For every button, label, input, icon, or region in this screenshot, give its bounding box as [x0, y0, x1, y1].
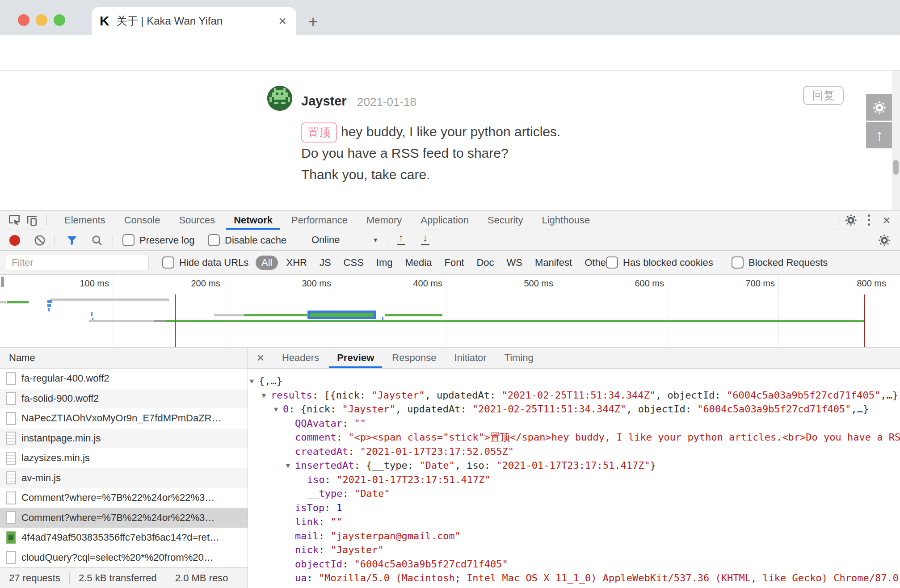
detail-tab-headers[interactable]: Headers — [273, 348, 328, 368]
window-zoom-button[interactable] — [54, 14, 65, 26]
import-har-button[interactable]: ↑ — [397, 233, 405, 245]
json-tree-line[interactable]: nick: "Jayster" — [248, 543, 900, 557]
export-har-button[interactable]: ↓ — [421, 233, 429, 245]
devtools-tab-network[interactable]: Network — [224, 210, 282, 230]
devtools-tab-lighthouse[interactable]: Lighthouse — [532, 210, 599, 230]
devtools-menu-kebab-icon[interactable] — [860, 211, 878, 229]
detail-tab-response[interactable]: Response — [383, 348, 445, 368]
detail-tab-initiator[interactable]: Initiator — [445, 348, 495, 368]
json-tree-line[interactable]: createdAt: "2021-01-17T23:17:52.055Z" — [248, 445, 900, 459]
json-tree-line[interactable]: objectId: "6004c5a03a9b5f27cd71f405" — [248, 557, 900, 571]
network-settings-button[interactable] — [878, 234, 891, 247]
window-close-button[interactable] — [18, 14, 29, 26]
json-tree-line[interactable]: __type: "Date" — [248, 487, 900, 501]
devtools-close-button[interactable]: × — [878, 211, 896, 229]
detail-tab-preview[interactable]: Preview — [328, 348, 383, 368]
inspect-element-button[interactable] — [5, 211, 23, 229]
filter-pill-xhr[interactable]: XHR — [282, 256, 311, 270]
preserve-log-checkbox[interactable]: Preserve log — [122, 234, 195, 246]
browser-tab[interactable]: K 关于 | Kaka Wan Yifan × — [92, 7, 296, 35]
devtools-settings-button[interactable] — [842, 211, 860, 229]
page-scrollbar[interactable] — [892, 71, 900, 210]
filter-pill-font[interactable]: Font — [440, 256, 468, 270]
throttling-dropdown[interactable]: Online ▼ — [311, 234, 379, 246]
hide-data-urls-checkbox[interactable]: Hide data URLs — [162, 256, 248, 269]
request-row[interactable]: fa-solid-900.woff2 — [0, 389, 248, 409]
filter-pill-manifest[interactable]: Manifest — [530, 256, 576, 270]
request-row[interactable]: av-min.js — [0, 468, 248, 488]
devtools-tab-security[interactable]: Security — [478, 210, 532, 230]
back-to-top-button[interactable]: ↑ — [866, 122, 893, 148]
filter-pill-media[interactable]: Media — [401, 256, 437, 270]
filter-pill-img[interactable]: Img — [372, 256, 397, 270]
checkbox[interactable] — [162, 256, 174, 269]
timeline-tick-label: 500 ms — [513, 278, 553, 289]
request-row[interactable]: Comment?where=%7B%22%24or%22%3… — [0, 488, 248, 508]
device-toolbar-button[interactable] — [23, 211, 41, 229]
devtools-tab-memory[interactable]: Memory — [357, 210, 411, 230]
request-row[interactable]: instantpage.min.js — [0, 428, 248, 449]
json-tree-line[interactable]: QQAvatar: "" — [248, 416, 900, 431]
request-row[interactable]: 4f4ad749af503835356ffc7eb3f6ac14?d=ret… — [0, 528, 248, 548]
json-tree-line[interactable]: link: "" — [248, 515, 900, 529]
detail-tab-timing[interactable]: Timing — [496, 348, 543, 368]
checkbox[interactable] — [122, 234, 135, 246]
request-row[interactable]: cloudQuery?cql=select%20*%20from%20… — [0, 548, 248, 568]
request-name: fa-solid-900.woff2 — [21, 393, 99, 404]
reply-button[interactable]: 回复 — [803, 86, 844, 105]
request-row[interactable]: fa-regular-400.woff2 — [0, 369, 248, 389]
filter-pill-js[interactable]: JS — [315, 256, 336, 270]
detail-tab-bar: × HeadersPreviewResponseInitiatorTiming — [248, 348, 900, 369]
close-detail-icon[interactable]: × — [248, 348, 273, 368]
page-settings-button[interactable] — [866, 94, 893, 121]
checkbox[interactable] — [606, 256, 618, 269]
new-tab-button[interactable]: + — [308, 13, 318, 31]
devtools-tab-performance[interactable]: Performance — [282, 210, 357, 230]
devtools-tab-elements[interactable]: Elements — [55, 210, 115, 230]
tab-close-icon[interactable]: × — [277, 13, 288, 29]
json-tree-line[interactable]: ▼results: [{nick: "Jayster", updatedAt: … — [248, 388, 900, 403]
request-row[interactable]: lazysizes.min.js — [0, 448, 248, 468]
json-tree-line[interactable]: isTop: 1 — [248, 501, 900, 515]
search-button[interactable] — [90, 234, 104, 247]
window-minimize-button[interactable] — [36, 14, 47, 26]
filter-toggle-button[interactable] — [65, 234, 79, 247]
has-blocked-cookies-checkbox[interactable]: Has blocked cookies — [606, 256, 713, 269]
waterfall-bar — [47, 304, 51, 307]
filter-pill-doc[interactable]: Doc — [472, 256, 498, 270]
clear-network-log-button[interactable] — [33, 234, 46, 247]
network-overview-timeline[interactable]: 100 ms200 ms300 ms400 ms500 ms600 ms700 … — [0, 275, 900, 348]
json-tree-line[interactable]: ▼{,…} — [248, 374, 900, 388]
request-row[interactable]: Comment?where=%7B%22%24or%22%3… — [0, 508, 248, 528]
filter-pill-all[interactable]: All — [256, 256, 278, 270]
overview-scrollbar-nub[interactable] — [1, 277, 4, 287]
name-column-header[interactable]: Name — [0, 348, 248, 369]
blocked-requests-checkbox[interactable]: Blocked Requests — [732, 256, 828, 269]
request-row[interactable]: NaPecZTIAOhVxoMyOr9n_E7fdMPmDaZR… — [0, 408, 248, 428]
json-tree-line[interactable]: ua: "Mozilla/5.0 (Macintosh; Intel Mac O… — [248, 571, 900, 585]
devtools-tab-console[interactable]: Console — [115, 210, 170, 230]
filter-input[interactable] — [6, 255, 149, 270]
json-tree-line[interactable]: ▼0: {nick: "Jayster", updatedAt: "2021-0… — [248, 402, 900, 416]
expand-triangle-icon[interactable]: ▼ — [274, 403, 278, 417]
json-tree-line[interactable]: iso: "2021-01-17T23:17:51.417Z" — [248, 473, 900, 487]
json-tree-line[interactable]: ▼insertedAt: {__type: "Date", iso: "2021… — [248, 458, 900, 473]
devtools-tab-application[interactable]: Application — [411, 210, 478, 230]
expand-triangle-icon[interactable]: ▼ — [262, 389, 266, 403]
checkbox[interactable] — [732, 256, 744, 269]
json-tree-line[interactable]: mail: "jaysterpan@gmail.com" — [248, 529, 900, 543]
devtools-tab-sources[interactable]: Sources — [169, 210, 224, 230]
record-network-log-button[interactable] — [9, 235, 20, 246]
divider — [46, 214, 47, 226]
filter-pill-css[interactable]: CSS — [339, 256, 368, 270]
page-scrollbar-thumb[interactable] — [893, 160, 899, 175]
commenter-name: Jayster — [301, 94, 347, 109]
disable-cache-checkbox[interactable]: Disable cache — [208, 234, 286, 246]
json-tree-line[interactable]: comment: "<p><span class="stick">置顶</spa… — [248, 430, 900, 445]
expand-triangle-icon[interactable]: ▼ — [286, 459, 290, 473]
expand-triangle-icon[interactable]: ▼ — [250, 374, 254, 389]
filter-pill-ws[interactable]: WS — [502, 256, 527, 270]
checkbox[interactable] — [208, 234, 220, 246]
tab-title: 关于 | Kaka Wan Yifan — [117, 14, 277, 28]
comment-line-1: hey buddy, I like your python articles. — [341, 124, 560, 139]
